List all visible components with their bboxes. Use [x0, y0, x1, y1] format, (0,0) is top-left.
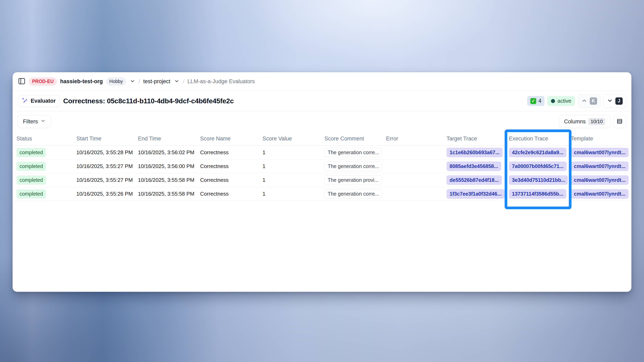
status-dot-icon — [551, 99, 555, 103]
status-badge: completed — [16, 176, 46, 185]
chevron-up-icon — [581, 98, 587, 104]
row-height-button[interactable] — [613, 115, 626, 128]
template-link[interactable]: cmal6wart007lynrdt... — [571, 189, 628, 199]
desktop-background: { "breadcrumb": { "env_badge": "PROD-EU"… — [0, 0, 644, 362]
target-trace-link[interactable]: de55526b87ed4f18... — [446, 175, 502, 185]
columns-label: Columns — [564, 119, 586, 125]
cell-score-name: Correctness — [200, 149, 262, 156]
cell-end-time: 10/16/2025, 3:56:00 PM — [138, 163, 200, 170]
detail-header: Evaluator Correctness: 05c8c11d-b110-4db… — [12, 91, 632, 111]
column-header-error[interactable]: Error — [386, 136, 446, 142]
execution-trace-link[interactable]: 13737114f3586d55b... — [509, 189, 566, 199]
navigate-next-button[interactable]: J — [603, 94, 626, 108]
app-window: PROD-EU hassieb-test-org Hobby / test-pr… — [12, 72, 632, 292]
column-header-score-comment[interactable]: Score Comment — [324, 136, 386, 142]
completed-count-badge: ✓ 4 — [527, 96, 544, 106]
execution-trace-link[interactable]: 42cfe2e9c621da8a9... — [509, 148, 566, 157]
target-trace-link[interactable]: 1c1e6b260b693a67... — [446, 148, 502, 157]
cell-end-time: 10/16/2025, 3:56:02 PM — [138, 149, 200, 156]
score-comment-box[interactable]: The generation corre... — [324, 148, 382, 157]
template-link[interactable]: cmal6wart007lynrdt... — [571, 148, 628, 157]
template-link[interactable]: cmal6wart007lynrdt... — [571, 162, 628, 171]
chevron-down-icon — [174, 79, 180, 84]
table-header-row: Status Start Time End Time Score Name Sc… — [12, 132, 632, 146]
cell-start-time: 10/16/2025, 3:55:26 PM — [76, 191, 138, 197]
column-header-score-value[interactable]: Score Value — [262, 136, 324, 142]
page-title: Correctness: 05c8c11d-b110-4db4-9dcf-c4b… — [63, 97, 234, 105]
column-header-template[interactable]: Template — [571, 136, 632, 142]
sidebar-toggle-button[interactable] — [18, 77, 26, 86]
project-switcher-button[interactable] — [174, 79, 180, 84]
columns-count-chip: 10/10 — [588, 118, 605, 125]
column-header-start-time[interactable]: Start Time — [76, 136, 138, 142]
cell-start-time: 10/16/2025, 3:55:27 PM — [76, 177, 138, 183]
breadcrumb-separator: / — [138, 78, 140, 85]
cell-score-value: 1 — [262, 177, 324, 183]
execution-trace-link[interactable]: 7a00007b00fd65c71... — [509, 162, 566, 171]
rows-icon — [616, 118, 623, 125]
status-badge: completed — [16, 148, 46, 157]
table-row[interactable]: completed 10/16/2025, 3:55:28 PM 10/16/2… — [12, 146, 632, 160]
environment-badge: PROD-EU — [29, 77, 57, 86]
evaluator-type-label: Evaluator — [31, 98, 56, 104]
cell-score-value: 1 — [262, 191, 324, 197]
status-badge: completed — [16, 189, 46, 198]
breadcrumb-org[interactable]: hassieb-test-org — [60, 78, 103, 85]
panel-left-icon — [18, 77, 26, 86]
completed-count: 4 — [538, 98, 542, 104]
table-row[interactable]: completed 10/16/2025, 3:55:27 PM 10/16/2… — [12, 160, 632, 173]
table-row[interactable]: completed 10/16/2025, 3:55:27 PM 10/16/2… — [12, 173, 632, 187]
wand-sparkles-icon — [22, 97, 28, 105]
breadcrumb-project[interactable]: test-project — [143, 78, 170, 85]
column-header-end-time[interactable]: End Time — [138, 136, 200, 142]
navigate-previous-button[interactable]: K — [578, 94, 600, 108]
column-header-target-trace[interactable]: Target Trace — [446, 136, 509, 142]
column-header-execution-trace[interactable]: Execution Trace — [509, 136, 571, 142]
table-toolbar: Filters Columns 10/10 — [12, 111, 632, 132]
cell-score-value: 1 — [262, 163, 324, 170]
cell-start-time: 10/16/2025, 3:55:28 PM — [76, 149, 138, 156]
status-label: active — [558, 98, 571, 104]
breadcrumb-page: LLM-as-a-Judge Evaluators — [188, 78, 255, 85]
cell-score-name: Correctness — [200, 191, 262, 197]
target-trace-link[interactable]: 8085aefd3e456858... — [446, 162, 501, 171]
column-header-status[interactable]: Status — [16, 136, 76, 142]
chevron-down-icon — [40, 118, 46, 125]
evaluations-table: Status Start Time End Time Score Name Sc… — [12, 132, 632, 201]
filters-button[interactable]: Filters — [18, 115, 51, 128]
shortcut-key-k: K — [590, 97, 597, 105]
evaluator-type-badge: Evaluator — [18, 95, 60, 107]
plan-badge: Hobby — [106, 77, 126, 86]
check-icon: ✓ — [530, 98, 536, 104]
status-badge: completed — [16, 162, 46, 171]
org-switcher-button[interactable] — [130, 79, 135, 84]
cell-score-name: Correctness — [200, 163, 262, 170]
cell-score-name: Correctness — [200, 177, 262, 183]
execution-trace-link[interactable]: 3e3d40d75110d21bb... — [509, 175, 568, 185]
target-trace-link[interactable]: 1f3c7ee3f1a0f32d46... — [446, 189, 505, 199]
template-link[interactable]: cmal6wart007lynrdt... — [571, 175, 628, 185]
columns-button[interactable]: Columns 10/10 — [559, 115, 610, 128]
table-row[interactable]: completed 10/16/2025, 3:55:26 PM 10/16/2… — [12, 187, 632, 201]
chevron-down-icon — [130, 79, 135, 84]
breadcrumb-separator: / — [182, 78, 185, 85]
status-badge: active — [547, 96, 575, 106]
column-header-score-name[interactable]: Score Name — [200, 136, 262, 142]
filters-label: Filters — [23, 119, 38, 125]
score-comment-box[interactable]: The generation provi... — [324, 175, 382, 185]
breadcrumb: PROD-EU hassieb-test-org Hobby / test-pr… — [12, 72, 632, 91]
cell-score-value: 1 — [262, 149, 324, 156]
score-comment-box[interactable]: The generation corre... — [324, 162, 382, 171]
chevron-down-icon — [607, 98, 613, 104]
shortcut-key-j: J — [615, 97, 623, 105]
cell-start-time: 10/16/2025, 3:55:27 PM — [76, 163, 138, 170]
score-comment-box[interactable]: The generation corre... — [324, 189, 382, 199]
cell-end-time: 10/16/2025, 3:55:58 PM — [138, 191, 200, 197]
cell-end-time: 10/16/2025, 3:55:58 PM — [138, 177, 200, 183]
